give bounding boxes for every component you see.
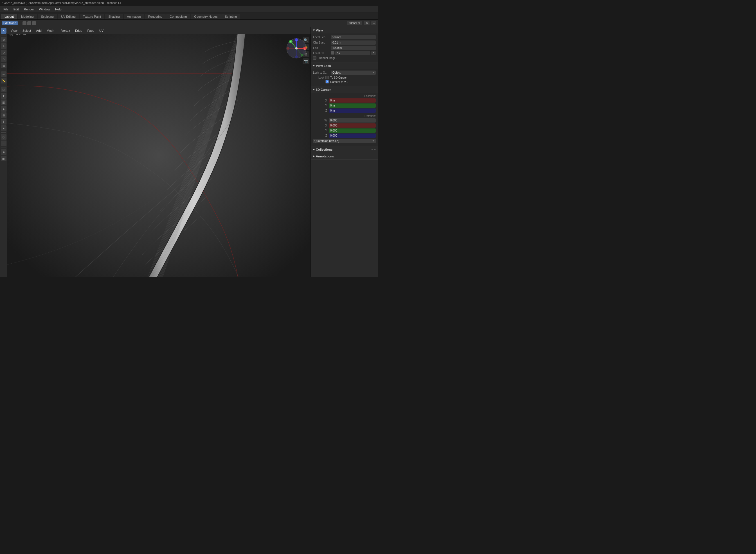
tab-modeling[interactable]: Modeling [18,14,37,19]
tab-rendering[interactable]: Rendering [145,14,166,19]
cursor-y-value[interactable]: 0 m [329,103,376,108]
cursor-ry-value[interactable]: 0.000 [329,128,376,133]
clip-end-label: End [313,46,330,50]
tab-scripting[interactable]: Scripting [221,14,240,19]
tab-animation[interactable]: Animation [124,14,144,19]
vp-vertex-menu[interactable]: Vertex [60,29,72,33]
menu-file[interactable]: File [1,7,11,11]
menu-help[interactable]: Help [53,7,64,11]
render-region-checkbox[interactable] [313,56,316,60]
tool-knife[interactable]: ⌇ [1,119,6,124]
workspace-tabs: Layout Modeling Sculpting UV Editing Tex… [0,12,378,20]
local-camera-toggle[interactable] [331,51,335,55]
main-layout: ↖ ⊕ ✛ ↺ ⤡ ⊞ ✏ 📏 □ ⬆ ◫ ◈ ⊟ ⌇ ✦ ◌ ↔ ⊗ ◧ Vi… [0,27,378,277]
local-camera-value[interactable]: Ca... [335,51,370,55]
tool-smooth[interactable]: ◌ [1,134,6,140]
vp-view-menu[interactable]: View [9,29,19,33]
tool-bevel[interactable]: ◈ [1,106,6,112]
rotation-mode-dropdown[interactable]: Quaternion (WXYZ) ▼ [313,139,376,143]
tab-shading[interactable]: Shading [105,14,123,19]
collections-minus-icon[interactable]: – [371,148,373,151]
navigation-gizmo[interactable]: X Y Z [285,37,308,60]
collections-plus-icon[interactable]: + [374,148,376,151]
tab-uv-editing[interactable]: UV Editing [58,14,79,19]
tool-shrink[interactable]: ⊗ [1,149,6,155]
viewport-canvas[interactable]: User Perspective (0) Plane.002 X Y [7,27,310,277]
local-camera-close[interactable]: ✕ [371,51,376,55]
cursor-rz-label: Z [313,134,327,137]
tool-edge-slide[interactable]: ↔ [1,141,6,146]
rotation-mode-row: Quaternion (WXYZ) ▼ [313,139,376,143]
mode-selector[interactable]: Edit Mode [2,21,18,25]
local-camera-row: Local Ca... Ca... ✕ [313,51,376,55]
proportional-btn[interactable]: ○ [371,21,376,25]
tool-rotate[interactable]: ↺ [1,50,6,55]
menu-render[interactable]: Render [22,7,36,11]
global-label: Global [349,22,357,25]
cursor-rx-value[interactable]: 0.000 [329,123,376,128]
tool-inset[interactable]: ◫ [1,100,6,105]
cursor-z-label: Z [313,109,327,112]
menu-edit[interactable]: Edit [11,7,21,11]
snap-btn[interactable]: ⊕ [364,21,369,25]
tool-shear[interactable]: ◧ [1,156,6,161]
view-dot-3[interactable] [32,21,36,25]
tool-cursor[interactable]: ⊕ [1,37,6,43]
cursor-collapse-icon: ▾ [313,88,315,91]
tool-measure[interactable]: 📏 [1,78,6,84]
tool-scale[interactable]: ⤡ [1,56,6,62]
tool-move[interactable]: ✛ [1,43,6,49]
view-dot-2[interactable] [27,21,31,25]
vp-uv-menu[interactable]: UV [98,29,105,33]
tool-transform[interactable]: ⊞ [1,63,6,68]
tool-add-cube[interactable]: □ [1,87,6,92]
tab-texture-paint[interactable]: Texture Paint [80,14,104,19]
cursor-z-value[interactable]: 0 m [329,109,376,113]
tool-loop-cut[interactable]: ⊟ [1,112,6,118]
focal-length-label: Focal Len... [313,36,330,39]
vp-select-menu[interactable]: Select [21,29,33,33]
tab-compositing[interactable]: Compositing [166,14,190,19]
section-view-lock: ▾ View Lock Lock to O... Object ▼ Lock T… [311,62,378,86]
collections-section-header[interactable]: ▸ Collections – + [311,146,378,153]
menu-window[interactable]: Window [37,7,52,11]
svg-text:Y: Y [290,41,292,43]
vp-add-menu[interactable]: Add [34,29,43,33]
view-dot-1[interactable] [22,21,27,25]
cursor-z-row: Z 0 m [313,109,376,113]
dropdown-arrow: ▼ [372,71,374,74]
cursor-w-label: W [313,119,327,122]
clip-end-value[interactable]: 1000 m [331,46,376,50]
tool-extrude[interactable]: ⬆ [1,93,6,99]
vp-edge-menu[interactable]: Edge [73,29,84,33]
cursor-ry-row: Y 0.000 [313,128,376,133]
tool-polypen[interactable]: ✦ [1,125,6,131]
cursor-x-value[interactable]: 0 m [329,98,376,103]
view-section-header[interactable]: ▾ View [311,27,378,34]
lock-to-object-dropdown[interactable]: Object ▼ [331,70,376,75]
cursor-section-header[interactable]: ▾ 3D Cursor [311,86,378,93]
vp-mesh-menu[interactable]: Mesh [45,29,56,33]
clip-start-value[interactable]: 0.01 m [331,41,376,45]
view-lock-section-header[interactable]: ▾ View Lock [311,62,378,69]
tab-layout[interactable]: Layout [1,14,17,19]
to-3d-cursor-checkbox[interactable] [325,76,329,79]
tab-sculpting[interactable]: Sculpting [38,14,57,19]
camera-to-view-row: Camera to V... [325,80,376,84]
camera-to-view-checkbox-row: Camera to V... [325,80,348,84]
viewport[interactable]: View Select Add Mesh Vertex Edge Face UV [7,27,310,277]
tab-geometry-nodes[interactable]: Geometry Nodes [191,14,221,19]
annotations-section-header[interactable]: ▸ Annotations [311,153,378,159]
vp-face-menu[interactable]: Face [86,29,96,33]
annotations-title: Annotations [316,155,334,158]
camera-to-view-checkbox[interactable] [325,80,329,84]
tool-annotate[interactable]: ✏ [1,71,6,77]
cursor-rz-value[interactable]: 0.000 [329,133,376,138]
focal-length-value[interactable]: 50 mm [331,35,376,39]
local-camera-label: Local Ca... [313,52,330,55]
cursor-w-value[interactable]: 0.000 [329,118,376,122]
tool-sep-3 [1,85,6,85]
global-btn[interactable]: Global ▼ [347,21,362,25]
tool-select[interactable]: ↖ [1,28,6,34]
cursor-x-row: X 0 m [313,98,376,103]
